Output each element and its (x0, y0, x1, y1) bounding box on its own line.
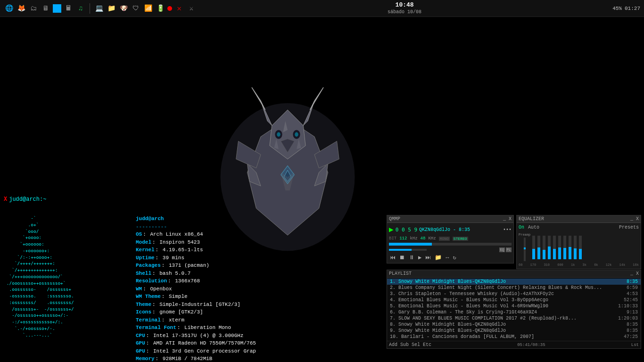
pl-item-time: 1:10:33 (618, 304, 638, 309)
playlist-item-10[interactable]: 10. Barilari - Canciones doradas [FULL A… (387, 334, 641, 340)
qmmp-pause-button[interactable]: ⏸ (408, 254, 415, 261)
playlist-item-4[interactable]: 4. Emotional Blues Music - Blues Music V… (387, 297, 641, 303)
dog-icon[interactable]: 🐶 (118, 3, 129, 14)
firefox-icon[interactable]: 🦊 (16, 3, 26, 14)
info-line-terminal: Terminal: xterm (136, 316, 256, 324)
qmmp-player: QMMP _ X ▶ 0 0 5 9 QKZN8qGdlJo - 8:35 ••… (387, 215, 514, 263)
eq-slider-1[interactable] (537, 236, 540, 259)
calculator-icon[interactable]: 🖩 (63, 3, 74, 14)
pl-item-time: 1:20:03 (618, 316, 638, 321)
pl-btn-sub[interactable]: Sub (400, 342, 409, 347)
pl-item-name: 5. Emotional Blues Music - Blues Music V… (390, 304, 614, 309)
playlist-item-8[interactable]: 8. Snowy White Midnight Blues-QKZN8qGdlJ… (387, 321, 641, 328)
chromium-icon[interactable]: 🌐 (4, 3, 14, 14)
qmmp-stop-button[interactable]: ⏹ (398, 254, 406, 261)
qmmp-volume-fill (389, 249, 412, 251)
network2-icon[interactable]: 📶 (143, 3, 153, 14)
qmmp-titlebar: QMMP _ X (387, 215, 513, 223)
eq-slider-8[interactable] (574, 236, 577, 259)
eq-bar-6[interactable] (563, 236, 566, 259)
pl-item-name: 9. Snowy White Midnight Blues-QKZN8qGdlJ… (390, 328, 623, 333)
eq-slider-3[interactable] (548, 236, 551, 259)
playlist-item-2[interactable]: 2. Blues Company Silent Night (Silent Co… (387, 285, 641, 291)
qmmp-title: QMMP (389, 216, 400, 222)
sword-icon[interactable]: ⚔ (186, 3, 197, 14)
qmmp-window-controls[interactable]: _ X (503, 216, 512, 222)
eq-freq-label-3k: 3k (583, 263, 586, 267)
eq-bar-0[interactable] (532, 236, 535, 259)
spotify-icon[interactable]: ♫ (75, 3, 86, 14)
qmmp-body: ▶ 0 0 5 9 QKZN8qGdlJo - 8:35 ••• BIT 112… (387, 223, 513, 263)
files-manager-icon[interactable]: 🗂 (28, 3, 39, 14)
eq-freq-label-600: 600 (557, 263, 563, 267)
qmmp-bitrate-value: 112 (399, 236, 407, 241)
eq-bar-5[interactable] (558, 236, 561, 259)
pl-window-controls[interactable]: _ X (630, 271, 639, 276)
x-brand-icon[interactable]: ✕ (174, 3, 184, 14)
pl-item-time: 4:53 (627, 291, 638, 296)
qmmp-volume-bar[interactable] (389, 249, 427, 251)
pl-body: 1. Snowy White Midnight Blues-QKZN8qGdlJ… (387, 278, 641, 341)
eq-bar-4[interactable] (553, 236, 556, 259)
playlist-item-1[interactable]: 1. Snowy White Midnight Blues-QKZN8qGdlJ… (387, 279, 641, 285)
playlist-item-6[interactable]: 6. Gary B.B. Coleman - The Sky is Crying… (387, 309, 641, 315)
qmmp-play-button[interactable]: ▶ (389, 225, 394, 234)
info-line-wm-theme: WM Theme: Simple (136, 293, 256, 301)
eq-on-toggle[interactable]: On (519, 225, 524, 230)
eq-slider-7[interactable] (569, 236, 571, 259)
taskbar-right: 45% 01:27 (612, 6, 640, 11)
eq-bar-2[interactable] (543, 236, 545, 259)
eq-preamp-label: Preamp (519, 233, 530, 237)
eq-slider-5[interactable] (558, 236, 561, 259)
qmmp-next-button[interactable]: ⏭ (424, 254, 432, 261)
battery2-icon[interactable]: 🔋 (155, 3, 165, 14)
qmmp-open-button[interactable]: 📁 (434, 254, 443, 261)
recording-icon[interactable] (167, 6, 172, 11)
eq-slider-2[interactable] (543, 236, 545, 259)
info-line-cpu: CPU: Intel i7-3517U (4) @ 3.000GHz (136, 332, 256, 340)
eq-bar-8[interactable] (574, 236, 577, 259)
eq-bar-fill-4 (553, 249, 556, 260)
folder-icon[interactable]: 📁 (106, 3, 116, 14)
eq-bar-9[interactable] (579, 236, 582, 259)
eq-bar-1[interactable] (537, 236, 540, 259)
eq-bar-7[interactable] (569, 236, 571, 259)
shield-icon[interactable]: 🛡 (131, 3, 141, 14)
taskbar: 🌐 🦊 🗂 🖥 🖩 ♫ 💻 📁 🐶 🛡 📶 🔋 ✕ ⚔ 10:48 sábado… (0, 0, 644, 17)
qmmp-prev-button[interactable]: ⏮ (389, 254, 396, 261)
eq-presets-label[interactable]: Presets (619, 225, 639, 230)
qmmp-vis-eq[interactable]: EQ (499, 247, 505, 252)
monitor2-icon[interactable]: 💻 (94, 3, 104, 14)
qmmp-shuffle-button[interactable]: ↔ (445, 255, 450, 261)
display-icon[interactable]: 🖥 (41, 3, 51, 14)
eq-bar-fill-3 (548, 247, 551, 260)
eq-freq-label-6k: 6k (594, 263, 598, 267)
qmmp-play-btn2[interactable]: ▶ (417, 254, 422, 261)
eq-slider-4[interactable] (553, 236, 556, 259)
playlist-item-5[interactable]: 5. Emotional Blues Music - Blues Music V… (387, 303, 641, 309)
eq-slider-0[interactable] (532, 236, 535, 259)
separator (90, 3, 90, 14)
playlist-item-3[interactable]: 3. Chris Stapleton - Tennessee Whiskey (… (387, 291, 641, 297)
qmmp-repeat-button[interactable]: ↻ (452, 254, 457, 261)
playlist-item-9[interactable]: 9. Snowy White Midnight Blues-QKZN8qGdlJ… (387, 328, 641, 334)
info-line-wm: WM: Openbox (136, 285, 256, 293)
qmmp-khz-label2: KHz (428, 236, 436, 241)
qmmp-progress-bar[interactable] (389, 243, 512, 246)
playlist-item-7[interactable]: 7. SLOW AND SEXY BLUES MUSIC COMPILATION… (387, 315, 641, 321)
eq-preamp-slider[interactable] (524, 238, 526, 261)
pl-btn-sel[interactable]: Sel (412, 342, 420, 347)
pl-btn-add[interactable]: Add (389, 342, 397, 347)
qmmp-progress-row[interactable] (389, 243, 512, 246)
eq-window-controls[interactable]: _ X (630, 216, 639, 222)
eq-bar-3[interactable] (548, 236, 551, 259)
qmmp-stereo-badge: STEREO (453, 237, 468, 241)
eq-slider-9[interactable] (579, 236, 582, 259)
pl-item-time: 6:59 (627, 285, 638, 290)
eq-slider-6[interactable] (563, 236, 566, 259)
qmmp-vis-pl[interactable]: PL (506, 247, 512, 252)
terminal-icon[interactable] (53, 4, 61, 13)
eq-auto-label[interactable]: Auto (528, 225, 539, 230)
pl-btn-etc[interactable]: Etc (423, 342, 431, 347)
qmmp-menu-dots[interactable]: ••• (503, 227, 512, 232)
